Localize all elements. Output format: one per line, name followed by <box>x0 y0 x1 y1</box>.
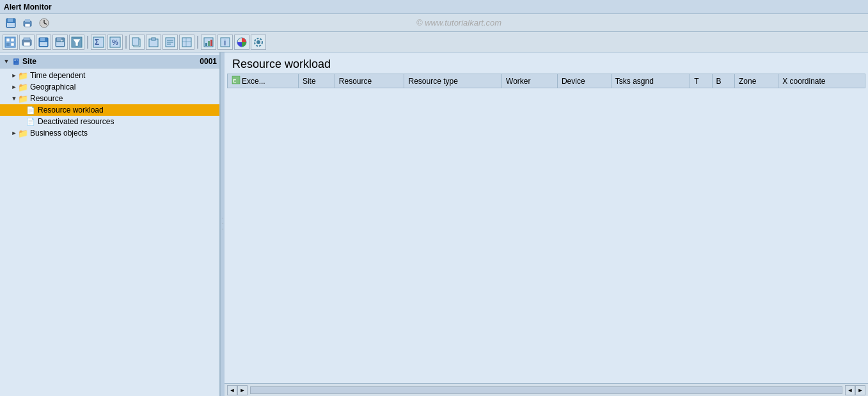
svg-rect-12 <box>6 43 10 46</box>
copy-button[interactable] <box>129 35 145 50</box>
col-header-resource: Resource <box>335 74 404 88</box>
tree-label: Business objects <box>30 129 88 138</box>
folder-icon: 📁 <box>18 93 28 104</box>
svg-rect-13 <box>11 43 14 46</box>
calc-button[interactable]: % <box>107 35 123 50</box>
resource-workload-table: E Exce... Site Resource Resource type Wo… <box>227 74 865 88</box>
svg-rect-44 <box>210 40 212 46</box>
svg-rect-38 <box>182 38 191 47</box>
folder-icon: 📁 <box>18 128 28 138</box>
col-header-excel: E Exce... <box>228 74 299 88</box>
svg-rect-15 <box>24 38 30 40</box>
svg-text:+: + <box>61 38 63 42</box>
detail-button[interactable] <box>162 35 178 50</box>
svg-text:E: E <box>233 78 237 84</box>
svg-rect-4 <box>25 19 30 22</box>
svg-text:Σ: Σ <box>95 38 99 47</box>
svg-rect-16 <box>24 42 30 46</box>
tree-item-geographical[interactable]: ► 📁 Geographical <box>0 81 219 93</box>
chart-button[interactable] <box>201 35 216 50</box>
paste-button[interactable] <box>146 35 161 50</box>
tree-item-business-objects[interactable]: ► 📁 Business objects <box>0 127 219 139</box>
grid-button[interactable] <box>179 35 194 50</box>
folder-icon: 📁 <box>18 82 28 92</box>
main-content-panel: Resource workload E <box>225 52 868 396</box>
tree-item-resource[interactable]: ▼ 📁 Resource <box>0 93 219 104</box>
col-header-site: Site <box>298 74 335 88</box>
site-icon: 🖥 <box>10 56 20 67</box>
settings-button[interactable] <box>251 35 266 50</box>
window-title: Alert Monitor <box>4 3 52 12</box>
tree-item-time-dependent[interactable]: ► 📁 Time dependent <box>0 70 219 81</box>
svg-rect-10 <box>6 38 10 42</box>
col-header-t: T <box>690 74 712 88</box>
separator-2 <box>125 36 127 49</box>
svg-rect-19 <box>40 42 47 46</box>
tree-label: Resource workload <box>38 106 104 115</box>
scroll-left-button[interactable]: ◄ <box>227 385 237 395</box>
folder-icon: 📁 <box>18 70 28 81</box>
tree-item-resource-workload[interactable]: 📄 Resource workload <box>0 104 219 116</box>
col-header-resource-type: Resource type <box>404 74 502 88</box>
clock-icon[interactable] <box>37 16 51 30</box>
saveas-button[interactable]: + <box>52 35 68 50</box>
print-button[interactable] <box>19 35 35 50</box>
doc-icon: 📄 <box>26 116 36 127</box>
scroll-right-button[interactable]: ► <box>237 385 248 395</box>
svg-rect-31 <box>132 38 139 45</box>
refresh-button[interactable] <box>3 35 18 50</box>
svg-rect-18 <box>40 38 45 41</box>
main-layout: ▼ 🖥 Site 0001 ► 📁 Time dependent ► 📁 Geo… <box>0 52 868 396</box>
tree-panel: ▼ 🖥 Site 0001 ► 📁 Time dependent ► 📁 Geo… <box>0 52 221 396</box>
svg-rect-11 <box>11 38 14 42</box>
status-bar: ◄ ► ◄ ► <box>225 383 868 396</box>
svg-rect-5 <box>25 24 30 27</box>
scroll-far-left-button[interactable]: ◄ <box>845 385 855 395</box>
save-button[interactable] <box>36 35 51 50</box>
svg-rect-33 <box>152 38 155 40</box>
watermark: © www.tutorialkart.com <box>54 18 864 28</box>
svg-rect-42 <box>205 43 207 46</box>
panel-title: Resource workload <box>225 52 868 74</box>
scroll-far-right-button[interactable]: ► <box>855 385 865 395</box>
tree-item-deactivated-resources[interactable]: 📄 Deactivated resources <box>0 116 219 127</box>
table-header-row: E Exce... Site Resource Resource type Wo… <box>228 74 865 88</box>
svg-point-48 <box>256 40 260 44</box>
sum-button[interactable]: Σ <box>91 35 106 50</box>
col-header-worker: Worker <box>502 74 558 88</box>
separator-3 <box>197 36 198 49</box>
svg-text:i: i <box>224 38 226 47</box>
title-bar: Alert Monitor <box>0 0 868 14</box>
tree-header-label: Site <box>22 57 111 66</box>
tree-label: Deactivated resources <box>38 117 114 126</box>
tree-root-expand[interactable]: ▼ <box>3 58 10 65</box>
tree-label: Time dependent <box>30 71 85 80</box>
filter-button[interactable] <box>69 35 84 50</box>
pie-button[interactable] <box>234 35 249 50</box>
app-toolbar: + Σ % <box>0 32 868 52</box>
info-button[interactable]: i <box>217 35 233 50</box>
svg-rect-22 <box>56 42 64 46</box>
col-header-device: Device <box>557 74 611 88</box>
data-grid[interactable]: E Exce... Site Resource Resource type Wo… <box>227 74 865 381</box>
svg-rect-43 <box>208 41 210 46</box>
save-icon[interactable] <box>4 16 18 30</box>
doc-icon: 📄 <box>26 105 36 115</box>
col-header-b: B <box>712 74 734 88</box>
svg-rect-1 <box>8 19 13 22</box>
system-toolbar: © www.tutorialkart.com <box>0 14 868 32</box>
tree-header: ▼ 🖥 Site 0001 <box>0 55 219 68</box>
horizontal-scrollbar[interactable] <box>250 386 842 394</box>
separator-1 <box>87 36 88 49</box>
col-header-tsks-asgnd: Tsks asgnd <box>611 74 690 88</box>
col-header-zone: Zone <box>735 74 778 88</box>
tree-label: Geographical <box>30 83 75 91</box>
svg-text:%: % <box>112 38 118 46</box>
tree-label: Resource <box>30 94 63 103</box>
print-icon[interactable] <box>20 16 35 30</box>
table-icon: E <box>232 75 241 86</box>
tree-header-value: 0001 <box>200 57 217 66</box>
svg-rect-2 <box>7 23 15 27</box>
col-header-x-coordinate: X coordinate <box>778 74 865 88</box>
